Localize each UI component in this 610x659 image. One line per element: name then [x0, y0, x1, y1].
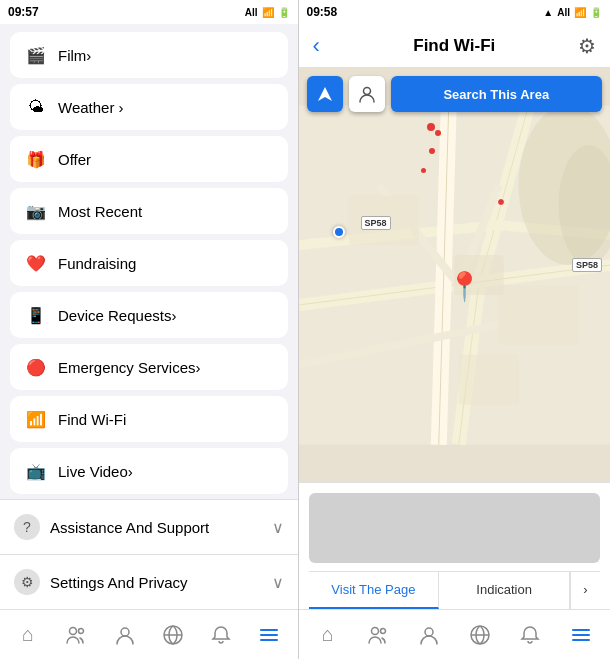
assistance-left: ? Assistance And Support — [14, 514, 209, 540]
time-right: 09:58 — [307, 5, 338, 19]
film-label: Film› — [58, 47, 91, 64]
nav-home-left[interactable]: ⌂ — [13, 620, 43, 650]
bottom-card: Visit The Page Indication › — [299, 482, 610, 609]
card-image — [309, 493, 600, 563]
nav-groups-right[interactable] — [465, 620, 495, 650]
settings-accordion[interactable]: ⚙ Settings And Privacy ∨ — [0, 554, 298, 609]
map-pin-5 — [497, 198, 505, 206]
fundraising-label: Fundraising — [58, 255, 136, 272]
road-label-sp58-1: SP58 — [361, 216, 391, 230]
search-area-label: Search This Area — [443, 87, 549, 102]
find-wifi-icon: 📶 — [24, 407, 48, 431]
settings-label: Settings And Privacy — [50, 574, 188, 591]
nav-home-right[interactable]: ⌂ — [313, 620, 343, 650]
signal-icon-right: All — [557, 7, 570, 18]
nav-friends-left[interactable] — [61, 620, 91, 650]
film-icon: 🎬 — [24, 43, 48, 67]
hamburger-icon-left — [256, 625, 282, 645]
menu-item-emergency-services[interactable]: 🔴 Emergency Services› — [10, 344, 288, 390]
time-left: 09:57 — [8, 5, 39, 19]
fundraising-icon: ❤️ — [24, 251, 48, 275]
nav-profile-right[interactable] — [414, 620, 444, 650]
nav-friends-right[interactable] — [363, 620, 393, 650]
status-bar-left: 09:57 All 📶 🔋 — [0, 0, 298, 24]
menu-list: 🎬 Film› 🌤 Weather › 🎁 Offer 📷 Most Recen… — [0, 24, 298, 499]
tab-indication-label: Indication — [476, 582, 532, 597]
bottom-nav-right: ⌂ — [299, 609, 610, 659]
live-video-icon: 📺 — [24, 459, 48, 483]
menu-item-film[interactable]: 🎬 Film› — [10, 32, 288, 78]
back-button[interactable]: ‹ — [313, 33, 343, 59]
right-panel: 09:58 ▲ All 📶 🔋 ‹ Find Wi-Fi ⚙ — [299, 0, 610, 659]
svg-rect-7 — [498, 285, 578, 345]
nav-notifications-right[interactable] — [515, 620, 545, 650]
emergency-services-icon: 🔴 — [24, 355, 48, 379]
nav-menu-right[interactable] — [566, 620, 596, 650]
left-panel: 09:57 All 📶 🔋 🎬 Film› 🌤 Weather › 🎁 Offe… — [0, 0, 298, 659]
svg-point-0 — [70, 627, 77, 634]
location-icon: ▲ — [543, 7, 553, 18]
battery-icon-left: 🔋 — [278, 7, 290, 18]
svg-point-2 — [121, 628, 129, 636]
search-area-button[interactable]: Search This Area — [391, 76, 602, 112]
weather-label: Weather › — [58, 99, 124, 116]
person-button[interactable] — [349, 76, 385, 112]
tab-visit-label: Visit The Page — [331, 582, 415, 597]
card-tabs: Visit The Page Indication › — [309, 571, 600, 609]
device-requests-icon: 📱 — [24, 303, 48, 327]
svg-rect-8 — [458, 355, 518, 405]
svg-point-13 — [372, 627, 379, 634]
svg-point-1 — [79, 628, 84, 633]
device-requests-label: Device Requests› — [58, 307, 176, 324]
map-container[interactable]: SP58 SP58 Search This Area — [299, 68, 610, 482]
svg-point-12 — [363, 88, 370, 95]
status-icons-right: ▲ All 📶 🔋 — [543, 7, 602, 18]
emergency-services-label: Emergency Services› — [58, 359, 201, 376]
find-wifi-label: Find Wi-Fi — [58, 411, 126, 428]
nav-notifications-left[interactable] — [206, 620, 236, 650]
assistance-label: Assistance And Support — [50, 519, 209, 536]
tab-more[interactable]: › — [570, 572, 600, 609]
assistance-icon: ? — [14, 514, 40, 540]
settings-chevron-icon: ∨ — [272, 573, 284, 592]
gear-button[interactable]: ⚙ — [566, 34, 596, 58]
offer-icon: 🎁 — [24, 147, 48, 171]
hamburger-icon-right — [568, 625, 594, 645]
location-button[interactable] — [307, 76, 343, 112]
settings-icon: ⚙ — [14, 569, 40, 595]
map-pin-1 — [427, 123, 435, 131]
battery-icon-right: 🔋 — [590, 7, 602, 18]
menu-item-find-wifi[interactable]: 📶 Find Wi-Fi — [10, 396, 288, 442]
wifi-icon-right: 📶 — [574, 7, 586, 18]
menu-item-device-requests[interactable]: 📱 Device Requests› — [10, 292, 288, 338]
current-location-dot — [333, 226, 345, 238]
svg-point-14 — [381, 628, 386, 633]
menu-item-live-video[interactable]: 📺 Live Video› — [10, 448, 288, 494]
status-bar-right: 09:58 ▲ All 📶 🔋 — [299, 0, 610, 24]
menu-item-most-recent[interactable]: 📷 Most Recent — [10, 188, 288, 234]
assistance-accordion[interactable]: ? Assistance And Support ∨ — [0, 499, 298, 554]
most-recent-icon: 📷 — [24, 199, 48, 223]
bottom-nav-left: ⌂ — [0, 609, 298, 659]
map-main-pin[interactable]: 📍 — [447, 273, 482, 301]
map-controls: Search This Area — [299, 76, 610, 112]
nav-groups-left[interactable] — [158, 620, 188, 650]
menu-item-offer[interactable]: 🎁 Offer — [10, 136, 288, 182]
map-pin-3 — [429, 148, 435, 154]
top-bar-right: ‹ Find Wi-Fi ⚙ — [299, 24, 610, 68]
offer-label: Offer — [58, 151, 91, 168]
weather-icon: 🌤 — [24, 95, 48, 119]
nav-menu-left[interactable] — [254, 620, 284, 650]
tab-indication[interactable]: Indication — [439, 572, 570, 609]
menu-item-weather[interactable]: 🌤 Weather › — [10, 84, 288, 130]
menu-item-fundraising[interactable]: ❤️ Fundraising — [10, 240, 288, 286]
nav-profile-left[interactable] — [110, 620, 140, 650]
settings-left: ⚙ Settings And Privacy — [14, 569, 188, 595]
live-video-label: Live Video› — [58, 463, 133, 480]
tab-visit-page[interactable]: Visit The Page — [309, 572, 440, 609]
map-pin-2 — [435, 130, 441, 136]
page-title: Find Wi-Fi — [413, 36, 495, 56]
road-label-sp58-2: SP58 — [572, 258, 602, 272]
assistance-chevron-icon: ∨ — [272, 518, 284, 537]
wifi-icon-left: 📶 — [262, 7, 274, 18]
